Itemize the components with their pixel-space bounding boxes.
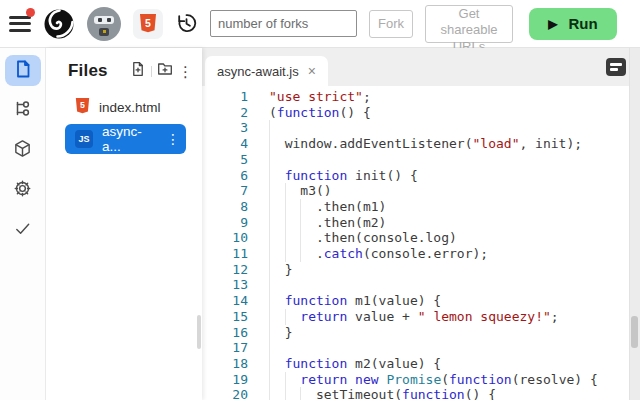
share-urls-button[interactable]: Get shareable URLs bbox=[425, 5, 513, 43]
file-name: index.html bbox=[99, 100, 161, 115]
line-number: 5 bbox=[202, 152, 248, 168]
editor-scrollbar[interactable] bbox=[629, 48, 640, 400]
spiral-logo-icon[interactable] bbox=[43, 8, 75, 40]
indent-guide bbox=[300, 230, 301, 246]
code-line[interactable]: 11 .catch(console.error); bbox=[202, 246, 640, 262]
hamburger-menu-icon[interactable] bbox=[9, 12, 31, 35]
line-number: 20 bbox=[202, 387, 248, 400]
topbar: 5 Fork Get shareable URLs ▶ Run bbox=[0, 0, 640, 48]
line-number: 2 bbox=[202, 105, 248, 121]
code-line[interactable]: 15 return value + " lemon squeezy!"; bbox=[202, 309, 640, 325]
file-item-index-html[interactable]: 5 index.html bbox=[65, 93, 186, 121]
code-line[interactable]: 8 .then(m1) bbox=[202, 199, 640, 215]
file-icon bbox=[13, 59, 33, 83]
code-line[interactable]: 18 function m2(value) { bbox=[202, 356, 640, 372]
code-line[interactable]: 7 m3() bbox=[202, 183, 640, 199]
indent-guide bbox=[269, 215, 270, 231]
indent-guide bbox=[269, 199, 270, 215]
indent-guide bbox=[269, 356, 270, 372]
tab-async-await-js[interactable]: async-await.js × bbox=[205, 56, 328, 86]
code-line[interactable]: 4 window.addEventListener("load", init); bbox=[202, 136, 640, 152]
check-icon bbox=[13, 219, 32, 242]
code-line[interactable]: 3 bbox=[202, 120, 640, 136]
indent-guide bbox=[269, 340, 270, 356]
files-scrollbar-thumb[interactable] bbox=[197, 315, 201, 349]
main-area: Files ⋮ bbox=[0, 48, 640, 400]
indent-guide bbox=[285, 230, 286, 246]
editor-scrollbar-thumb[interactable] bbox=[631, 316, 638, 348]
indent-guide bbox=[269, 325, 270, 341]
code-line[interactable]: 16 } bbox=[202, 325, 640, 341]
editor-menu-icon[interactable] bbox=[606, 58, 626, 76]
indent-guide bbox=[269, 293, 270, 309]
history-icon[interactable] bbox=[175, 12, 198, 35]
indent-guide bbox=[285, 309, 286, 325]
line-number: 9 bbox=[202, 215, 248, 231]
new-file-icon[interactable] bbox=[130, 61, 146, 81]
indent-guide bbox=[269, 152, 270, 168]
code-line[interactable]: 17 bbox=[202, 340, 640, 356]
share-icon bbox=[13, 99, 32, 122]
indent-guide bbox=[285, 199, 286, 215]
code-area[interactable]: 1"use strict";2(function() {3 4 window.a… bbox=[202, 86, 640, 400]
indent-guide bbox=[269, 372, 270, 388]
indent-guide bbox=[269, 246, 270, 262]
rail-item-files[interactable] bbox=[5, 55, 41, 86]
line-number: 4 bbox=[202, 136, 248, 152]
line-number: 1 bbox=[202, 89, 248, 105]
html5-file-icon: 5 bbox=[75, 98, 90, 117]
indent-guide bbox=[285, 372, 286, 388]
code-line[interactable]: 5 bbox=[202, 152, 640, 168]
line-number: 8 bbox=[202, 199, 248, 215]
rail-item-tests[interactable] bbox=[5, 215, 41, 246]
tab-label: async-await.js bbox=[217, 64, 299, 79]
play-icon: ▶ bbox=[548, 17, 557, 31]
line-number: 11 bbox=[202, 246, 248, 262]
code-line[interactable]: 13 bbox=[202, 277, 640, 293]
files-menu-icon[interactable]: ⋮ bbox=[178, 64, 193, 79]
indent-guide bbox=[285, 183, 286, 199]
code-line[interactable]: 14 function m1(value) { bbox=[202, 293, 640, 309]
robot-avatar[interactable] bbox=[87, 7, 121, 41]
indent-guide bbox=[300, 215, 301, 231]
line-number: 3 bbox=[202, 120, 248, 136]
run-button[interactable]: ▶ Run bbox=[529, 8, 617, 40]
code-line[interactable]: 1"use strict"; bbox=[202, 89, 640, 105]
rail-item-share[interactable] bbox=[5, 95, 41, 126]
line-number: 19 bbox=[202, 372, 248, 388]
line-number: 17 bbox=[202, 340, 248, 356]
indent-guide bbox=[269, 309, 270, 325]
code-line[interactable]: 19 return new Promise(function(resolve) … bbox=[202, 372, 640, 388]
code-line[interactable]: 10 .then(console.log) bbox=[202, 230, 640, 246]
indent-guide bbox=[285, 246, 286, 262]
fork-button[interactable]: Fork bbox=[369, 10, 413, 38]
editor: async-await.js × 1"use strict";2(functio… bbox=[202, 48, 640, 400]
files-panel: Files ⋮ bbox=[46, 48, 202, 400]
rail-item-settings[interactable] bbox=[5, 175, 41, 206]
indent-guide bbox=[269, 230, 270, 246]
code-line[interactable]: 6 function init() { bbox=[202, 168, 640, 184]
activity-rail bbox=[0, 48, 46, 400]
line-number: 7 bbox=[202, 183, 248, 199]
robot-goggles bbox=[94, 16, 114, 24]
code-line[interactable]: 2(function() { bbox=[202, 105, 640, 121]
code-line[interactable]: 20 setTimeout(function() { bbox=[202, 387, 640, 400]
code-line[interactable]: 12 } bbox=[202, 262, 640, 278]
file-list: 5 index.html JS async-a... ⋮ bbox=[46, 93, 202, 154]
tab-close-icon[interactable]: × bbox=[308, 63, 316, 79]
file-menu-icon[interactable]: ⋮ bbox=[166, 132, 180, 146]
indent-guide bbox=[269, 387, 270, 400]
line-number: 15 bbox=[202, 309, 248, 325]
cube-icon bbox=[13, 139, 32, 162]
gear-icon bbox=[13, 179, 32, 202]
code-lines: 1"use strict";2(function() {3 4 window.a… bbox=[202, 89, 640, 400]
rail-item-packages[interactable] bbox=[5, 135, 41, 166]
svg-text:5: 5 bbox=[80, 100, 85, 110]
files-panel-header: Files ⋮ bbox=[46, 48, 202, 91]
fork-count-input[interactable] bbox=[210, 10, 357, 37]
file-item-async-await[interactable]: JS async-a... ⋮ bbox=[65, 124, 186, 154]
new-folder-icon[interactable] bbox=[157, 61, 173, 81]
code-line[interactable]: 9 .then(m2) bbox=[202, 215, 640, 231]
run-button-label: Run bbox=[569, 15, 598, 32]
html5-icon: 5 bbox=[133, 9, 163, 39]
